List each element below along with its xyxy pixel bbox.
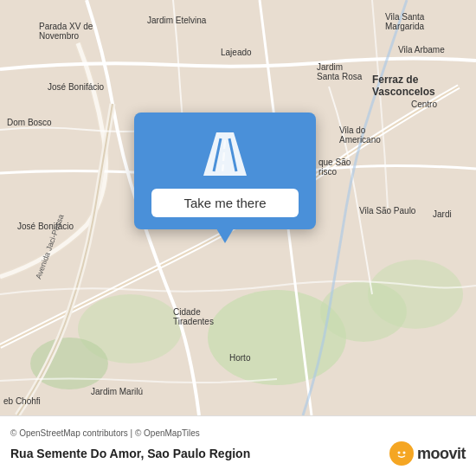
moovit-label: moovit [417, 445, 466, 463]
svg-point-14 [402, 452, 405, 454]
bottom-bar: © OpenStreetMap contributors | © OpenMap… [0, 415, 476, 476]
svg-line-10 [223, 152, 224, 161]
location-row: Rua Semente Do Amor, Sao Paulo Region mo… [10, 441, 466, 466]
svg-point-13 [397, 452, 400, 454]
moovit-face-icon [394, 446, 409, 461]
svg-line-9 [224, 140, 225, 149]
svg-point-5 [368, 260, 463, 329]
take-me-there-button[interactable]: Take me there [151, 189, 299, 217]
svg-point-12 [394, 446, 409, 461]
svg-point-4 [30, 338, 108, 389]
svg-line-11 [222, 164, 223, 171]
road-icon [195, 128, 255, 180]
location-text: Rua Semente Do Amor, Sao Paulo Region [10, 447, 250, 460]
navigation-popup: Take me there [134, 113, 316, 229]
map-container: Parada XV deNovembro Jardim Etelvina Laj… [0, 0, 476, 415]
moovit-logo: moovit [389, 441, 466, 466]
moovit-icon [389, 441, 414, 466]
attribution-text: © OpenStreetMap contributors | © OpenMap… [10, 428, 466, 438]
